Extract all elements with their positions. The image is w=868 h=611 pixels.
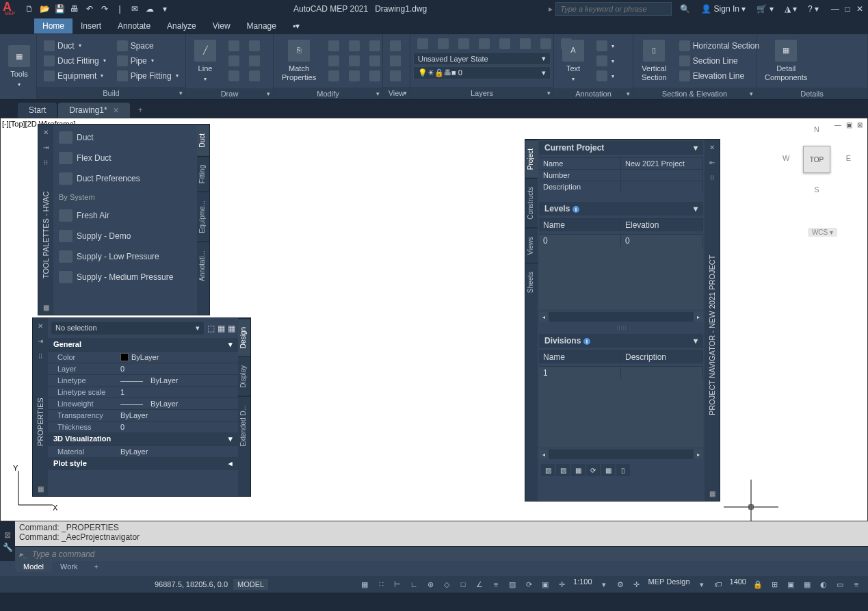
qat-open-icon[interactable]: 📂 bbox=[38, 2, 51, 16]
sb-hw-icon[interactable]: ◐ bbox=[816, 577, 831, 591]
minimize-button[interactable]: — bbox=[830, 3, 841, 14]
pn-tab-constructs[interactable]: Constructs bbox=[525, 178, 538, 228]
sline-button[interactable]: Section Line bbox=[675, 54, 763, 68]
pn-level-row-name[interactable]: 0 bbox=[539, 235, 621, 247]
sb-plus-icon[interactable]: ✛ bbox=[629, 577, 644, 591]
props-cat-plot[interactable]: Plot style◂ bbox=[48, 457, 238, 470]
command-input[interactable]: ▸_ Type a command bbox=[15, 546, 868, 561]
arc-button[interactable] bbox=[224, 39, 244, 53]
palette-item-supply-lp[interactable]: Supply - Low Pressure bbox=[56, 246, 194, 267]
pn-settings-icon[interactable]: ⁝⁝ bbox=[705, 170, 719, 184]
palette-item-duct[interactable]: Duct bbox=[56, 127, 194, 148]
prop-layer-value[interactable]: 0 bbox=[116, 363, 238, 374]
viewcube-w[interactable]: W bbox=[782, 154, 789, 162]
pn-div-grid[interactable]: 1 bbox=[539, 366, 703, 447]
qat-save-icon[interactable]: 💾 bbox=[53, 2, 66, 16]
pn-levels-filter-icon[interactable]: ▾ bbox=[694, 204, 698, 213]
viewcube-n[interactable]: N bbox=[814, 125, 819, 133]
dim-button[interactable]: ▾ bbox=[592, 39, 618, 53]
view-btn1[interactable] bbox=[386, 39, 405, 53]
close-tab-icon[interactable]: ✕ bbox=[113, 106, 119, 115]
tab-extra-icon[interactable]: ▪▾ bbox=[285, 18, 308, 34]
layer-tool-6[interactable] bbox=[516, 37, 535, 51]
props-cat-general[interactable]: General▾ bbox=[48, 338, 238, 351]
props-settings-icon[interactable]: ⁝⁝ bbox=[34, 349, 47, 363]
palette-item-flexduct[interactable]: Flex Duct bbox=[56, 148, 194, 168]
cmd-close-icon[interactable]: ⊠ bbox=[4, 530, 11, 540]
layer-tool-5[interactable] bbox=[495, 37, 514, 51]
prop-mat-value[interactable]: ByLayer bbox=[116, 446, 238, 457]
rotate-button[interactable] bbox=[345, 39, 364, 53]
prop-th-value[interactable]: 0 bbox=[116, 421, 238, 432]
doctab-start[interactable]: Start bbox=[18, 103, 57, 118]
hsection-button[interactable]: Horizontal Section bbox=[675, 39, 763, 53]
sb-scale[interactable]: 1:100 bbox=[570, 577, 595, 591]
pn-tab-sheets[interactable]: Sheets bbox=[525, 263, 538, 301]
layer-tool-2[interactable] bbox=[434, 37, 453, 51]
model-space-button[interactable]: MODEL bbox=[233, 579, 268, 590]
pn-menu-icon[interactable]: ▦ bbox=[705, 486, 719, 500]
vsection-button[interactable]: ▯Vertical Section bbox=[636, 37, 672, 85]
line-button[interactable]: ╱Line▾ bbox=[189, 37, 222, 86]
copy-button[interactable] bbox=[324, 54, 343, 68]
viewcube[interactable]: N S W E TOP bbox=[778, 125, 855, 221]
pn-autohide-icon[interactable]: ⇤ bbox=[705, 155, 719, 169]
wcs-label[interactable]: WCS ▾ bbox=[808, 228, 837, 237]
leader-button[interactable]: ▾ bbox=[592, 54, 618, 68]
prop-tr-value[interactable]: ByLayer bbox=[116, 410, 238, 421]
pn-div-scrollbar[interactable]: ◂▸ bbox=[539, 450, 703, 459]
sb-scale-dd-icon[interactable]: ▾ bbox=[596, 577, 611, 591]
pn-levels-scrollbar[interactable]: ◂▸ bbox=[539, 312, 703, 322]
add-tab-button[interactable]: + bbox=[131, 103, 150, 118]
layer-tool-7[interactable] bbox=[536, 37, 555, 51]
pn-num-v[interactable] bbox=[621, 170, 703, 181]
sb-ws-dd-icon[interactable]: ▾ bbox=[694, 577, 709, 591]
prop-lw-value[interactable]: ——— ByLayer bbox=[116, 398, 238, 409]
palette-tab-equip[interactable]: Equipme... bbox=[197, 192, 209, 242]
sb-osnap-icon[interactable]: □ bbox=[456, 577, 471, 591]
sb-qp-icon[interactable]: ▣ bbox=[783, 577, 798, 591]
duct-button[interactable]: Duct▾ bbox=[40, 39, 110, 53]
add-layout-button[interactable]: + bbox=[86, 561, 106, 572]
space-button[interactable]: Space bbox=[113, 39, 183, 53]
offset-button[interactable] bbox=[345, 69, 364, 83]
props-tab-design[interactable]: Design bbox=[238, 318, 250, 356]
doc-close-icon[interactable]: ⊠ bbox=[855, 120, 865, 129]
props-autohide-icon[interactable]: ⇥ bbox=[34, 334, 47, 348]
ellipse-button[interactable] bbox=[245, 54, 264, 68]
sb-units-icon[interactable]: ⊞ bbox=[767, 577, 782, 591]
pn-tool-1[interactable]: ▧ bbox=[541, 464, 555, 476]
rect-button[interactable] bbox=[224, 69, 244, 83]
palette-tab-duct[interactable]: Duct bbox=[197, 125, 209, 156]
prop-color-value[interactable]: ByLayer bbox=[116, 352, 238, 363]
pn-tool-6[interactable]: ▯ bbox=[616, 464, 630, 476]
qat-dd-icon[interactable]: ▾ bbox=[158, 2, 172, 16]
pn-div-row-desc[interactable] bbox=[621, 367, 703, 379]
tools-button[interactable]: ▦ Tools▾ bbox=[3, 42, 36, 91]
qat-share-icon[interactable]: ✉ bbox=[128, 2, 142, 16]
pn-tool-refresh-icon[interactable]: ⟳ bbox=[586, 464, 600, 476]
sb-iso2-icon[interactable]: ▦ bbox=[800, 577, 815, 591]
duct-fitting-button[interactable]: Duct Fitting▾ bbox=[40, 54, 110, 68]
sb-ortho-icon[interactable]: ∟ bbox=[406, 577, 421, 591]
equipment-button[interactable]: Equipment▾ bbox=[40, 69, 110, 83]
explode-button[interactable] bbox=[365, 69, 384, 83]
help-search-input[interactable] bbox=[555, 2, 672, 16]
tab-analyze[interactable]: Analyze bbox=[159, 18, 205, 34]
props-close-icon[interactable]: ✕ bbox=[34, 319, 47, 333]
tab-manage[interactable]: Manage bbox=[239, 18, 285, 34]
trim-button[interactable] bbox=[365, 39, 384, 53]
sb-iso-icon[interactable]: ◇ bbox=[439, 577, 454, 591]
sb-gear-icon[interactable]: ⚙ bbox=[613, 577, 628, 591]
pn-div-filter-icon[interactable]: ▾ bbox=[694, 336, 698, 346]
qat-redo-icon[interactable]: ↷ bbox=[98, 2, 111, 16]
prop-lts-value[interactable]: 1 bbox=[116, 387, 238, 398]
match-props-button[interactable]: ⎘Match Properties bbox=[276, 37, 321, 85]
view-btn3[interactable] bbox=[386, 69, 405, 83]
pn-level-row-elev[interactable]: 0 bbox=[621, 235, 703, 247]
layer-state-select[interactable]: Unsaved Layer State▾ bbox=[413, 52, 551, 65]
cmd-wrench-icon[interactable]: 🔧 bbox=[3, 543, 13, 552]
sb-otrack-icon[interactable]: ∠ bbox=[472, 577, 487, 591]
qat-undo-icon[interactable]: ↶ bbox=[83, 2, 96, 16]
info-icon-2[interactable]: i bbox=[583, 338, 591, 345]
